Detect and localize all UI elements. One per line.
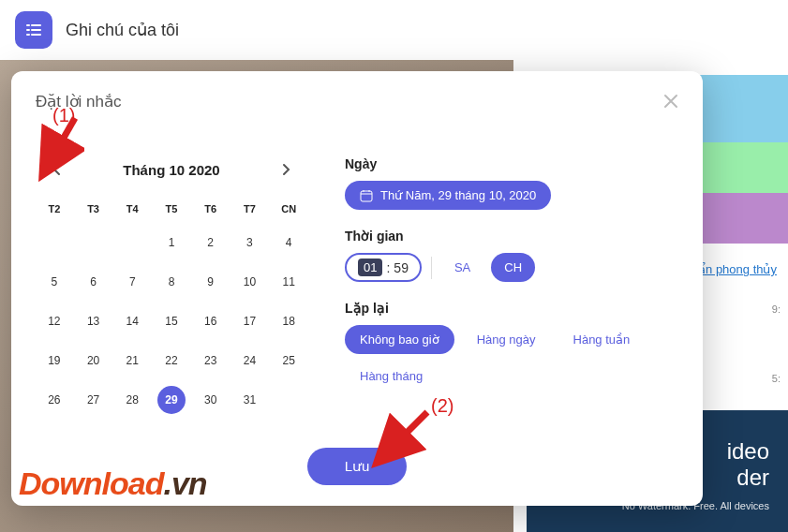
calendar-day[interactable]: 11 [270,263,307,301]
time-input[interactable]: 01 : 59 [345,253,422,282]
calendar-weekday: CN [270,196,307,222]
calendar-month-label: Tháng 10 2020 [123,162,219,178]
calendar-prev-button[interactable] [43,156,69,183]
time-label: Thời gian [345,229,678,244]
calendar-day[interactable]: 8 [153,263,190,301]
bg-time-2: 5: [772,373,781,384]
time-minute[interactable]: 59 [394,260,409,275]
calendar-day[interactable]: 28 [113,381,151,419]
calendar-weekday: T5 [153,196,190,222]
calendar-weekday: T3 [75,196,112,222]
calendar-day[interactable]: 21 [113,342,151,379]
date-pill[interactable]: Thứ Năm, 29 tháng 10, 2020 [345,181,551,210]
time-separator: : [386,260,390,275]
repeat-option[interactable]: Không bao giờ [345,325,454,354]
calendar-weekday: T6 [192,196,230,222]
watermark-part2: .vn [163,466,206,501]
calendar-day[interactable]: 27 [75,381,112,419]
calendar-day[interactable]: 5 [36,263,73,301]
calendar-day[interactable]: 13 [75,303,112,340]
calendar-day[interactable]: 17 [231,303,269,340]
calendar-empty-cell [113,224,151,261]
modal-title: Đặt lời nhắc [36,92,678,111]
reminder-modal: Đặt lời nhắc Tháng 10 2020 T2T3T4T5T6T7C… [11,71,703,506]
repeat-option[interactable]: Hàng ngày [462,325,551,354]
calendar-day[interactable]: 4 [270,224,307,261]
watermark: Download.vn [19,466,207,502]
repeat-label: Lặp lại [345,301,678,316]
divider [431,257,432,279]
bg-side-link[interactable]: uẩn phong thủy [691,262,777,276]
bg-time-1: 9: [772,303,781,315]
calendar-day[interactable]: 6 [75,263,112,301]
calendar-empty-cell [75,224,112,261]
calendar-day[interactable]: 19 [36,342,73,379]
date-value: Thứ Năm, 29 tháng 10, 2020 [380,188,536,202]
calendar-day[interactable]: 24 [231,342,269,379]
calendar-day[interactable]: 12 [36,303,73,340]
calendar-weekday: T4 [113,196,151,222]
calendar-day[interactable]: 29 [157,386,186,414]
calendar-day[interactable]: 14 [113,303,151,340]
watermark-part1: Download [19,466,163,501]
calendar-empty-cell [36,224,73,261]
app-header: Ghi chú của tôi [0,0,788,60]
repeat-option[interactable]: Hàng tháng [345,362,438,391]
calendar-day[interactable]: 20 [75,342,112,379]
svg-rect-0 [361,191,372,201]
save-button[interactable]: Lưu [307,448,408,485]
calendar-weekday: T7 [231,196,269,222]
calendar-day[interactable]: 15 [153,303,190,340]
repeat-options: Không bao giờHàng ngàyHàng tuầnHàng thán… [345,325,678,391]
calendar-weekday: T2 [36,196,73,222]
calendar-day[interactable]: 30 [192,381,230,419]
calendar-day[interactable]: 3 [231,224,269,261]
calendar-next-button[interactable] [274,156,300,183]
calendar-day[interactable]: 25 [270,342,307,379]
repeat-option[interactable]: Hàng tuần [558,325,646,354]
close-button[interactable] [660,90,682,112]
am-button[interactable]: SA [441,253,483,282]
settings-panel: Ngày Thứ Năm, 29 tháng 10, 2020 Thời gia… [345,156,678,419]
calendar-day[interactable]: 23 [192,342,230,379]
calendar-day[interactable]: 1 [153,224,190,261]
calendar-day[interactable]: 7 [113,263,151,301]
calendar-day[interactable]: 22 [153,342,190,379]
calendar-day[interactable]: 16 [192,303,230,340]
calendar: Tháng 10 2020 T2T3T4T5T6T7CN123456789101… [36,156,307,419]
calendar-day[interactable]: 9 [192,263,230,301]
date-label: Ngày [345,156,678,171]
calendar-grid: T2T3T4T5T6T7CN12345678910111213141516171… [36,196,307,419]
calendar-day[interactable]: 31 [231,381,269,419]
pm-button[interactable]: CH [491,253,535,282]
calendar-day[interactable]: 2 [192,224,230,261]
app-icon [15,11,52,49]
app-title: Ghi chú của tôi [66,20,179,40]
calendar-icon [360,189,373,202]
calendar-day[interactable]: 18 [270,303,307,340]
calendar-day[interactable]: 10 [231,263,269,301]
time-hour[interactable]: 01 [358,259,382,276]
calendar-day[interactable]: 26 [36,381,73,419]
